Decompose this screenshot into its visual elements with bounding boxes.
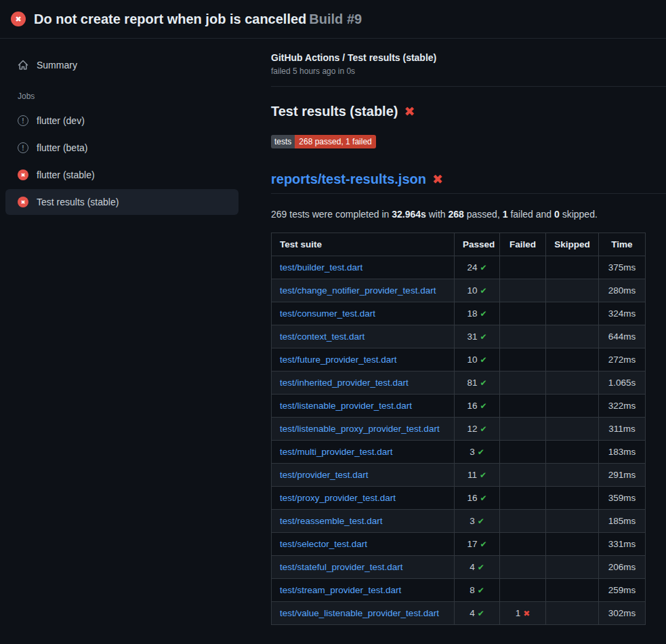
table-row: test/listenable_proxy_provider_test.dart… <box>272 418 646 441</box>
report-file-link[interactable]: reports/test-results.json <box>271 172 426 187</box>
check-icon: ✔ <box>480 470 486 480</box>
passed-cell: 16✔ <box>455 395 500 418</box>
passed-count: 3 <box>470 516 475 526</box>
failed-cell <box>500 302 546 325</box>
col-header-skipped: Skipped <box>546 233 599 256</box>
section-title-text: Test results (stable) <box>271 104 398 119</box>
results-tbody: test/builder_test.dart 24✔ 375ms test/ch… <box>272 256 646 625</box>
build-header: ✖ Do not create report when job is cance… <box>0 0 666 39</box>
suite-cell: test/reassemble_test.dart <box>272 510 455 533</box>
main-content: GitHub Actions / Test results (stable) f… <box>271 39 666 625</box>
report-heading: reports/test-results.json ✖ <box>271 172 666 194</box>
time-cell: 272ms <box>599 348 646 371</box>
x-glyph: ✖ <box>21 172 26 178</box>
test-suite-link[interactable]: test/builder_test.dart <box>280 262 362 273</box>
test-suite-link[interactable]: test/reassemble_test.dart <box>280 516 383 526</box>
col-header-passed: Passed <box>455 233 500 256</box>
test-suite-link[interactable]: test/consumer_test.dart <box>280 308 375 319</box>
sidebar-item-flutter-dev[interactable]: ! flutter (dev) <box>5 108 238 134</box>
suite-cell: test/change_notifier_provider_test.dart <box>272 279 455 302</box>
table-row: test/multi_provider_test.dart 3✔ 183ms <box>272 441 646 464</box>
suite-cell: test/multi_provider_test.dart <box>272 441 455 464</box>
sidebar-item-test-results-stable[interactable]: ✖ Test results (stable) <box>5 189 238 215</box>
test-suite-link[interactable]: test/proxy_provider_test.dart <box>280 493 396 503</box>
table-row: test/change_notifier_provider_test.dart … <box>272 279 646 302</box>
passed-count: 10 <box>467 355 477 365</box>
suite-cell: test/inherited_provider_test.dart <box>272 371 455 395</box>
skipped-cell <box>546 256 599 279</box>
time-cell: 311ms <box>599 418 646 441</box>
passed-cell: 24✔ <box>455 256 500 279</box>
suite-cell: test/stream_provider_test.dart <box>272 579 455 602</box>
build-failed-status-icon: ✖ <box>11 12 26 26</box>
table-row: test/provider_test.dart 11✔ 291ms <box>272 464 646 487</box>
test-suite-link[interactable]: test/change_notifier_provider_test.dart <box>280 285 436 296</box>
col-header-test-suite: Test suite <box>272 233 455 256</box>
table-row: test/selector_test.dart 17✔ 331ms <box>272 533 646 556</box>
failed-cell <box>500 533 546 556</box>
test-suite-link[interactable]: test/listenable_provider_test.dart <box>280 401 412 411</box>
divider <box>271 86 666 87</box>
time-cell: 331ms <box>599 533 646 556</box>
suite-cell: test/context_test.dart <box>272 325 455 348</box>
test-suite-link[interactable]: test/stream_provider_test.dart <box>280 585 401 595</box>
jobs-section-label: Jobs <box>5 79 238 108</box>
passed-cell: 10✔ <box>455 279 500 302</box>
passed-cell: 3✔ <box>455 510 500 533</box>
sidebar-item-label: flutter (dev) <box>37 115 85 126</box>
skipped-cell <box>546 441 599 464</box>
table-row: test/stateful_provider_test.dart 4✔ 206m… <box>272 556 646 579</box>
suite-cell: test/selector_test.dart <box>272 533 455 556</box>
breadcrumb: GitHub Actions / Test results (stable) <box>271 52 666 63</box>
passed-count: 17 <box>467 539 477 549</box>
passed-cell: 18✔ <box>455 302 500 325</box>
test-suite-link[interactable]: test/multi_provider_test.dart <box>280 447 393 457</box>
suite-cell: test/provider_test.dart <box>272 464 455 487</box>
time-cell: 302ms <box>599 602 646 625</box>
test-suite-link[interactable]: test/context_test.dart <box>280 331 365 342</box>
table-row: test/builder_test.dart 24✔ 375ms <box>272 256 646 279</box>
sidebar-item-label: flutter (beta) <box>37 142 87 153</box>
test-suite-link[interactable]: test/stateful_provider_test.dart <box>280 562 403 572</box>
test-suite-link[interactable]: test/selector_test.dart <box>280 539 367 549</box>
passed-count: 3 <box>470 447 475 457</box>
failed-cell <box>500 395 546 418</box>
check-icon: ✔ <box>478 517 484 526</box>
skipped-cell <box>546 418 599 441</box>
test-suite-link[interactable]: test/value_listenable_provider_test.dart <box>280 608 439 618</box>
passed-count: 18 <box>467 308 477 319</box>
table-row: test/listenable_provider_test.dart 16✔ 3… <box>272 395 646 418</box>
failed-x-icon: ✖ <box>404 105 415 118</box>
suite-cell: test/listenable_proxy_provider_test.dart <box>272 418 455 441</box>
test-suite-link[interactable]: test/listenable_proxy_provider_test.dart <box>280 424 440 434</box>
check-icon: ✔ <box>478 586 484 595</box>
table-header-row: Test suite Passed Failed Skipped Time <box>272 233 646 256</box>
sidebar-item-flutter-stable[interactable]: ✖ flutter (stable) <box>5 162 238 188</box>
skipped-cell <box>546 556 599 579</box>
warning-icon: ! <box>18 115 28 126</box>
passed-cell: 12✔ <box>455 418 500 441</box>
test-suite-link[interactable]: test/inherited_provider_test.dart <box>280 378 409 388</box>
check-icon: ✔ <box>480 355 486 365</box>
skipped-cell <box>546 579 599 602</box>
time-cell: 375ms <box>599 256 646 279</box>
skipped-cell <box>546 533 599 556</box>
passed-cell: 3✔ <box>455 441 500 464</box>
time-cell: 183ms <box>599 441 646 464</box>
time-cell: 322ms <box>599 395 646 418</box>
sidebar-item-flutter-beta[interactable]: ! flutter (beta) <box>5 135 238 161</box>
test-suite-link[interactable]: test/provider_test.dart <box>280 470 369 480</box>
home-icon <box>18 60 28 71</box>
check-icon: ✔ <box>480 286 486 296</box>
time-cell: 359ms <box>599 487 646 510</box>
summary-sentence: 269 tests were completed in 32.964s with… <box>271 209 666 220</box>
test-suite-link[interactable]: test/future_provider_test.dart <box>280 355 397 365</box>
sidebar-item-summary[interactable]: Summary <box>5 52 238 78</box>
skipped-cell <box>546 279 599 302</box>
passed-count: 16 <box>467 493 477 503</box>
warning-glyph: ! <box>22 117 24 125</box>
suite-cell: test/value_listenable_provider_test.dart <box>272 602 455 625</box>
sidebar: Summary Jobs ! flutter (dev) ! flutter (… <box>0 39 244 216</box>
failed-x-icon: ✖ <box>432 173 443 186</box>
sidebar-item-label: flutter (stable) <box>37 169 95 180</box>
